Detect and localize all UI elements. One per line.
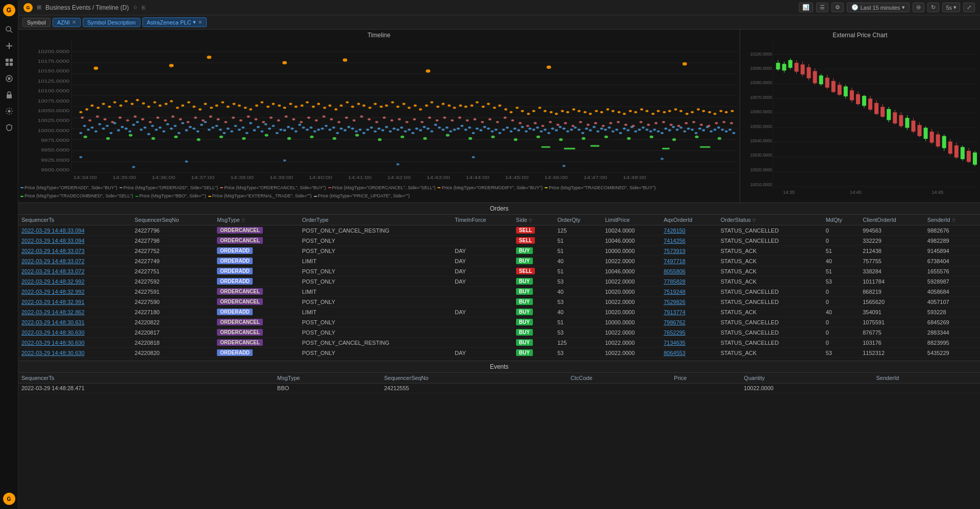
ts-link[interactable]: 2022-03-29 14:48:33.094 — [21, 227, 85, 234]
table-row[interactable]: 2022-03-29 14:48:30.630 24220818 ORDERCA… — [18, 338, 980, 348]
col-senderid[interactable]: SenderId ▽ — [924, 215, 980, 225]
timeline-chart[interactable]: Timeline — [18, 30, 740, 202]
col-orderstatus[interactable]: OrderStatus ▽ — [718, 215, 823, 225]
table-row[interactable]: 2022-03-29 14:48:33.072 24227749 ORDERAD… — [18, 256, 980, 266]
sidebar-item-settings[interactable] — [2, 104, 16, 118]
filter-azni[interactable]: AZNI ✕ — [53, 18, 81, 27]
ts-link[interactable]: 2022-03-29 14:48:33.072 — [21, 258, 85, 264]
svg-point-271 — [328, 105, 331, 107]
table-row[interactable]: 2022-03-29 14:48:30.630 24220817 ORDERCA… — [18, 327, 980, 338]
aqxid-link[interactable]: 8055806 — [664, 268, 685, 274]
config-button[interactable]: ⚙ — [831, 3, 844, 12]
sidebar-item-shield[interactable] — [2, 120, 16, 135]
cell-clientid: 1075591 — [860, 317, 924, 327]
ts-link[interactable]: 2022-03-29 14:48:32.992 — [21, 289, 85, 295]
aqxid-link[interactable]: 7529826 — [664, 299, 685, 305]
ecol-msgtype[interactable]: MsgType — [274, 373, 381, 384]
col-limitprice[interactable]: LimitPrice — [602, 215, 660, 225]
share-icon[interactable]: ⎘ — [142, 5, 145, 11]
table-row[interactable]: 2022-03-29 14:48:33.073 24227752 ORDERAD… — [18, 246, 980, 256]
timeline-area[interactable]: 10200.0000 10175.0000 10150.0000 10125.0… — [20, 41, 738, 184]
ecol-ctccode[interactable]: CtcCode — [568, 373, 671, 384]
filter-astrazeneca[interactable]: AstraZeneca PLC ▾ ✕ — [142, 17, 207, 27]
ecol-price[interactable]: Price — [671, 373, 741, 384]
table-row[interactable]: 2022-03-29 14:48:33.094 24227796 ORDERCA… — [18, 225, 980, 236]
settings-button[interactable]: ☰ — [816, 3, 828, 12]
aqxid-link[interactable]: 7913774 — [664, 309, 685, 315]
user-avatar[interactable]: G — [3, 493, 15, 505]
table-row[interactable]: 2022-03-29 14:48:30.630 24220820 ORDERAD… — [18, 348, 980, 358]
aqxid-link[interactable]: 7785828 — [664, 278, 685, 285]
col-mdqty[interactable]: MdQty — [823, 215, 860, 225]
cell-tif: DAY — [452, 348, 513, 358]
orders-table-wrapper[interactable]: SequencerTs SequencerSeqNo MsgType ▽ Ord… — [18, 215, 980, 361]
filter-azni-close[interactable]: ✕ — [72, 19, 76, 25]
ts-link[interactable]: 2022-03-29 14:48:33.094 — [21, 238, 85, 244]
sidebar-item-lock[interactable] — [2, 88, 16, 102]
sidebar-item-search[interactable] — [2, 22, 16, 37]
svg-point-123 — [344, 129, 347, 131]
ts-link[interactable]: 2022-03-29 14:48:30.630 — [21, 350, 85, 356]
table-row[interactable]: 2022-03-29 14:48:32.862 24227180 ORDERAD… — [18, 307, 980, 317]
external-price-chart[interactable]: External Price Chart 10100.0000 — [740, 30, 980, 202]
ts-link[interactable]: 2022-03-29 14:48:32.992 — [21, 278, 85, 285]
aqxid-link[interactable]: 7428150 — [664, 227, 685, 234]
table-row[interactable]: 2022-03-29 14:48:33.072 24227751 ORDERAD… — [18, 266, 980, 276]
events-table-wrapper[interactable]: SequencerTs MsgType SequencerSeqNo CtcCo… — [18, 373, 980, 509]
cell-msgtype: ORDERADD — [214, 266, 299, 276]
col-msgtype[interactable]: MsgType ▽ — [214, 215, 299, 225]
zoom-out-button[interactable]: ⊖ — [913, 3, 924, 12]
col-sequencerseqno[interactable]: SequencerSeqNo — [132, 215, 214, 225]
col-aqxorderid[interactable]: AqxOrderId — [660, 215, 718, 225]
table-row[interactable]: 2022-03-29 14:48:33.094 24227798 ORDERCA… — [18, 236, 980, 246]
col-side[interactable]: Side ▽ — [513, 215, 554, 225]
svg-point-439 — [287, 137, 291, 140]
filter-symbol-desc[interactable]: Symbol Description — [83, 18, 140, 27]
expand-button[interactable]: ⤢ — [963, 3, 975, 12]
ts-link[interactable]: 2022-03-29 14:48:33.072 — [21, 268, 85, 274]
interval-button[interactable]: 5s ▾ — [942, 3, 960, 12]
refresh-button[interactable]: ↻ — [927, 3, 939, 12]
ecol-quantity[interactable]: Quantity — [741, 373, 873, 384]
ecol-seqno[interactable]: SequencerSeqNo — [381, 373, 567, 384]
aqxid-link[interactable]: 7573919 — [664, 248, 685, 254]
ts-link[interactable]: 2022-03-29 14:48:32.991 — [21, 299, 85, 305]
aqxid-link[interactable]: 7986762 — [664, 319, 685, 325]
col-sequencerts[interactable]: SequencerTs — [18, 215, 132, 225]
col-ordertype[interactable]: OrderType — [299, 215, 452, 225]
filter-symbol[interactable]: Symbol — [22, 18, 51, 27]
sidebar-item-circle[interactable] — [2, 71, 16, 86]
col-orderqty[interactable]: OrderQty — [554, 215, 602, 225]
time-range-selector[interactable]: 🕐 Last 15 minutes ▾ — [847, 3, 910, 12]
svg-point-163 — [495, 129, 498, 131]
ts-link[interactable]: 2022-03-29 14:48:30.630 — [21, 329, 85, 336]
aqxid-link[interactable]: 7519248 — [664, 289, 685, 295]
table-row[interactable]: 2022-03-29 14:48:32.992 24227591 ORDERCA… — [18, 287, 980, 297]
aqxid-link[interactable]: 8064553 — [664, 350, 685, 356]
col-clientorderid[interactable]: ClientOrderId — [860, 215, 924, 225]
table-row[interactable]: 2022-03-29 14:48:32.992 24227592 ORDERAD… — [18, 276, 980, 287]
sidebar-item-grid[interactable] — [2, 55, 16, 69]
ecol-sequencerts[interactable]: SequencerTs — [18, 373, 274, 384]
cell-seqno: 24227590 — [132, 297, 214, 307]
aqxid-link[interactable]: 7134635 — [664, 340, 685, 346]
aqxid-link[interactable]: 7652295 — [664, 329, 685, 336]
candlestick-area[interactable]: 10100.0000 10090.0000 10080.0000 10070.0… — [742, 41, 978, 200]
col-timeinforce[interactable]: TimeInForce — [452, 215, 513, 225]
ecol-senderid[interactable]: SenderId — [873, 373, 980, 384]
ts-link[interactable]: 2022-03-29 14:48:33.073 — [21, 248, 85, 254]
ts-link[interactable]: 2022-03-29 14:48:32.862 — [21, 309, 85, 315]
sidebar-item-add[interactable] — [2, 39, 16, 53]
filter-astrazeneca-close[interactable]: ✕ — [198, 19, 202, 25]
svg-point-285 — [408, 107, 411, 109]
event-row[interactable]: 2022-03-29 14:48:28.471 BBO 24212555 100… — [18, 384, 980, 393]
chart-type-button[interactable]: 📊 — [799, 3, 813, 12]
ts-link[interactable]: 2022-03-29 14:48:30.631 — [21, 319, 85, 325]
aqxid-link[interactable]: 7497718 — [664, 258, 685, 264]
ts-link[interactable]: 2022-03-29 14:48:30.630 — [21, 340, 85, 346]
star-icon[interactable]: ☆ — [133, 4, 138, 11]
table-row[interactable]: 2022-03-29 14:48:30.631 24220822 ORDERCA… — [18, 317, 980, 327]
aqxid-link[interactable]: 7414256 — [664, 238, 685, 244]
svg-point-434 — [174, 136, 178, 138]
table-row[interactable]: 2022-03-29 14:48:32.991 24227590 ORDERCA… — [18, 297, 980, 307]
